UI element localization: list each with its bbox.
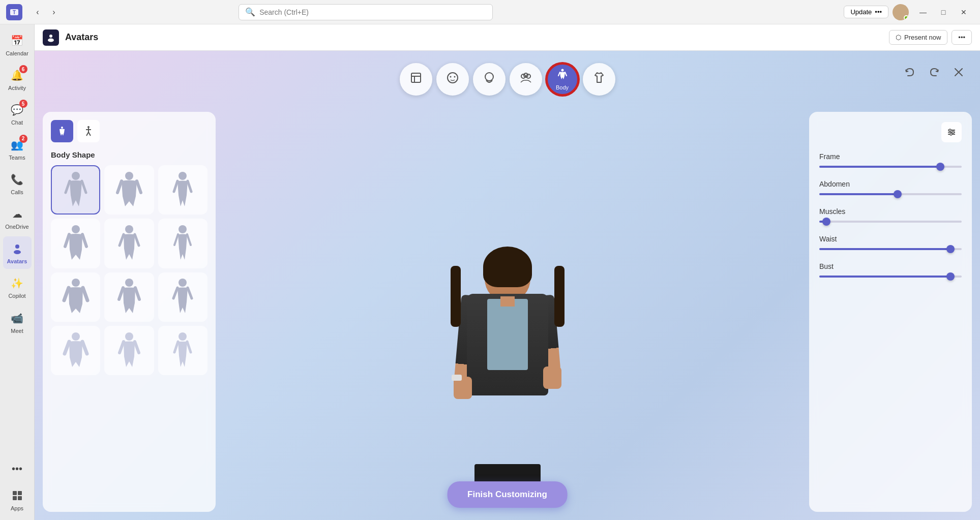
- bust-slider[interactable]: [819, 276, 962, 278]
- redo-button[interactable]: [925, 63, 943, 81]
- back-button[interactable]: ‹: [31, 5, 45, 19]
- abdomen-slider[interactable]: [819, 193, 962, 195]
- template-icon: [410, 72, 422, 87]
- sidebar-item-copilot[interactable]: ✨ Copilot: [3, 271, 32, 303]
- present-now-button[interactable]: ⬡ Present now: [889, 30, 947, 45]
- status-indicator: [904, 15, 909, 20]
- svg-point-66: [179, 332, 187, 341]
- avatar-watch: [452, 375, 462, 381]
- maximize-button[interactable]: □: [933, 4, 954, 20]
- svg-line-43: [65, 234, 69, 247]
- close-editor-button[interactable]: [949, 63, 968, 81]
- body-shape-5[interactable]: [104, 219, 154, 268]
- body-shape-9[interactable]: [158, 272, 207, 322]
- right-panel: Frame Abdomen Muscles: [809, 112, 972, 512]
- svg-point-73: [952, 131, 954, 133]
- abdomen-thumb[interactable]: [894, 190, 902, 198]
- svg-line-40: [174, 181, 177, 192]
- onedrive-icon: ☁: [9, 206, 25, 222]
- avatar-neck: [500, 296, 515, 307]
- body-shape-12[interactable]: [158, 326, 207, 375]
- muscles-thumb[interactable]: [822, 218, 830, 226]
- copilot-icon: ✨: [9, 275, 25, 291]
- sidebar-item-chat[interactable]: 💬 5 Chat: [3, 98, 32, 130]
- svg-point-72: [949, 129, 951, 131]
- svg-point-20: [526, 74, 530, 78]
- nav-buttons: ‹ ›: [31, 5, 61, 19]
- close-button[interactable]: ✕: [954, 4, 974, 20]
- toolbar-group-button[interactable]: [510, 63, 542, 96]
- avatar-body: [447, 251, 569, 505]
- activity-badge: 6: [19, 65, 27, 73]
- svg-point-19: [521, 74, 525, 78]
- sidebar: 📅 Calendar 🔔 6 Activity 💬 5 Chat 👥 2 Tea…: [0, 24, 35, 520]
- body-shape-tab[interactable]: [51, 120, 73, 142]
- finish-customizing-button[interactable]: Finish Customizing: [447, 481, 568, 508]
- toolbar-face-button[interactable]: [436, 63, 469, 96]
- sidebar-label-calls: Calls: [11, 189, 23, 196]
- minimize-button[interactable]: —: [913, 4, 933, 20]
- forward-button[interactable]: ›: [47, 5, 61, 19]
- svg-point-5: [14, 250, 21, 254]
- body-shape-8[interactable]: [104, 272, 154, 322]
- body-shape-3[interactable]: [158, 165, 207, 215]
- svg-line-32: [88, 132, 91, 136]
- teams-logo: T: [6, 4, 22, 20]
- svg-point-18: [485, 73, 493, 81]
- body-shape-10[interactable]: [51, 326, 100, 375]
- svg-point-2: [897, 7, 904, 14]
- toolbar-head-button[interactable]: [473, 63, 506, 96]
- sidebar-item-apps[interactable]: Apps: [3, 483, 32, 516]
- header-more-button[interactable]: •••: [952, 30, 972, 45]
- sidebar-item-meet[interactable]: 📹 Meet: [3, 306, 32, 339]
- toolbar-body-button[interactable]: Body: [546, 63, 579, 96]
- toolbar-template-button[interactable]: [400, 63, 432, 96]
- avatar-hair-top: [483, 247, 532, 287]
- svg-line-44: [82, 234, 86, 247]
- update-label: Update: [850, 8, 872, 16]
- toolbar-outfit-button[interactable]: [583, 63, 615, 96]
- body-shape-grid: [51, 165, 207, 375]
- svg-rect-7: [18, 491, 22, 495]
- filter-button[interactable]: [941, 122, 962, 142]
- svg-line-53: [83, 288, 87, 300]
- waist-thumb[interactable]: [946, 245, 955, 253]
- sidebar-item-onedrive[interactable]: ☁ OneDrive: [3, 202, 32, 234]
- svg-point-39: [179, 172, 187, 180]
- body-shape-4[interactable]: [51, 219, 100, 268]
- left-panel: Body Shape: [43, 112, 216, 512]
- sidebar-item-calendar[interactable]: 📅 Calendar: [3, 28, 32, 61]
- search-icon: 🔍: [245, 7, 255, 17]
- sidebar-item-avatars[interactable]: Avatars: [3, 236, 32, 269]
- waist-slider[interactable]: [819, 248, 962, 250]
- body-shape-1[interactable]: [51, 165, 100, 215]
- sidebar-item-more[interactable]: •••: [3, 457, 32, 481]
- pose-tab[interactable]: [77, 120, 100, 142]
- body-shape-11[interactable]: [104, 326, 154, 375]
- meet-icon: 📹: [9, 310, 25, 326]
- sidebar-item-activity[interactable]: 🔔 6 Activity: [3, 63, 32, 96]
- search-bar[interactable]: 🔍: [239, 4, 493, 20]
- sidebar-label-avatars: Avatars: [7, 258, 27, 265]
- sidebar-label-activity: Activity: [8, 85, 26, 91]
- svg-line-56: [135, 288, 139, 299]
- svg-line-34: [66, 181, 70, 193]
- body-shape-7[interactable]: [51, 272, 100, 322]
- sidebar-item-calls[interactable]: 📞 Calls: [3, 167, 32, 200]
- svg-point-36: [125, 172, 133, 180]
- body-shape-2[interactable]: [104, 165, 154, 215]
- frame-thumb[interactable]: [936, 163, 944, 171]
- face-icon: [446, 71, 459, 87]
- update-button[interactable]: Update •••: [844, 6, 888, 18]
- search-input[interactable]: [259, 8, 486, 16]
- svg-point-57: [179, 279, 187, 287]
- titlebar: T ‹ › 🔍 Update ••• — □ ✕: [0, 0, 980, 24]
- bust-thumb[interactable]: [946, 272, 955, 281]
- body-shape-6[interactable]: [158, 219, 207, 268]
- frame-slider[interactable]: [819, 166, 962, 168]
- titlebar-right: Update ••• — □ ✕: [844, 4, 974, 20]
- sidebar-item-teams[interactable]: 👥 2 Teams: [3, 133, 32, 165]
- muscles-slider[interactable]: [819, 221, 962, 223]
- user-avatar[interactable]: [893, 4, 909, 20]
- undo-button[interactable]: [901, 63, 919, 81]
